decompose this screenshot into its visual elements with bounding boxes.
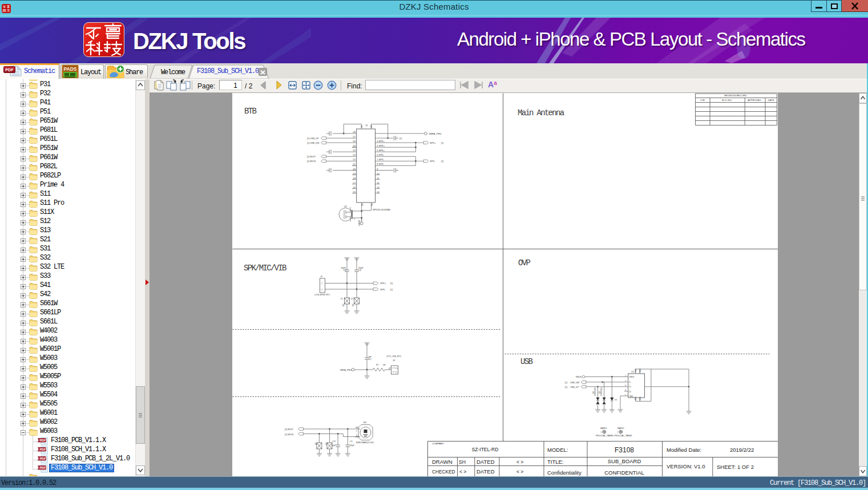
- svg-text:13: 13: [377, 186, 380, 189]
- svg-text:GND: GND: [639, 368, 641, 373]
- svg-text:J5: J5: [320, 276, 322, 278]
- svg-text:33pF: 33pF: [350, 444, 354, 447]
- svg-text:26: 26: [353, 140, 356, 143]
- svg-text:TITLE:: TITLE:: [547, 459, 564, 465]
- svg-text:10: 10: [377, 172, 380, 175]
- svg-text:VBUS: VBUS: [576, 376, 582, 378]
- svg-text:17: 17: [353, 181, 356, 184]
- svg-text:DRAWN: DRAWN: [432, 459, 453, 465]
- svg-text:[2] MICP: [2] MICP: [285, 428, 293, 431]
- svg-text:SPK-: SPK-: [380, 288, 386, 291]
- svg-text:SUB_BOARD: SUB_BOARD: [608, 458, 641, 464]
- svg-text:Confidentiality: Confidentiality: [547, 469, 582, 476]
- svg-text:B4E12AM422-002: B4E12AM422-002: [356, 442, 374, 444]
- svg-text:2019/2/22: 2019/2/22: [730, 447, 754, 453]
- svg-text:1: 1: [321, 282, 322, 285]
- svg-text:C13: C13: [332, 440, 336, 443]
- svg-text:REVISION RECORD: REVISION RECORD: [724, 94, 746, 97]
- svg-text:29: 29: [360, 125, 363, 128]
- svg-text:GND: GND: [639, 396, 641, 401]
- svg-text:< >: < >: [516, 459, 523, 465]
- svg-text:24: 24: [353, 149, 356, 152]
- svg-text:ECO NO:: ECO NO:: [722, 99, 732, 102]
- svg-text:SPK-: SPK-: [430, 160, 435, 163]
- svg-text:R7: R7: [376, 364, 379, 366]
- svg-text:MARK2: MARK2: [617, 427, 624, 430]
- svg-text:[1]: [1]: [565, 386, 567, 388]
- svg-text:PDF: PDF: [39, 466, 46, 469]
- svg-text:[2] MICP: [2] MICP: [307, 156, 316, 158]
- svg-text:P+: P+: [395, 367, 398, 370]
- svg-text:[1] USB_DM: [1] USB_DM: [307, 142, 319, 144]
- svg-text:U1: U1: [631, 371, 634, 373]
- svg-text:SZ-ITEL-RD: SZ-ITEL-RD: [472, 447, 499, 452]
- svg-text:GND: GND: [635, 368, 637, 373]
- svg-text:2: 2: [625, 380, 626, 382]
- svg-text:GND: GND: [635, 396, 637, 401]
- svg-text:< >: < >: [459, 469, 466, 475]
- svg-text:1: 1: [356, 430, 357, 432]
- svg-text:7 SPK-: 7 SPK-: [377, 158, 385, 161]
- svg-text:USB_DM: USB_DM: [570, 382, 579, 384]
- svg-text:CONFIDENTIAL: CONFIDENTIAL: [604, 469, 644, 476]
- svg-text:MODEL:: MODEL:: [547, 447, 568, 453]
- svg-text:1: 1: [617, 431, 619, 434]
- svg-text:VBRA_PHU: VBRA_PHU: [429, 132, 442, 135]
- svg-text:D+: D+: [629, 386, 632, 388]
- svg-text:USB_DP: USB_DP: [570, 386, 579, 388]
- svg-text:18: 18: [353, 177, 356, 180]
- svg-text:8 SPK-: 8 SPK-: [377, 163, 385, 165]
- svg-text:COMPANY:: COMPANY:: [432, 442, 445, 445]
- svg-text:ID: ID: [629, 391, 632, 393]
- svg-text:PADS: PADS: [64, 66, 77, 72]
- svg-text:Z3: Z3: [315, 443, 317, 445]
- svg-text:INT: INT: [356, 427, 358, 429]
- svg-text:D2: D2: [592, 391, 595, 394]
- svg-text:Main Antenna: Main Antenna: [518, 108, 564, 118]
- svg-text:1: 1: [351, 210, 352, 212]
- svg-text:31: 31: [370, 203, 373, 206]
- svg-text:SPK/MIC/VIB: SPK/MIC/VIB: [244, 264, 286, 273]
- svg-text:[1]: [1]: [399, 137, 402, 140]
- svg-text:Z2: Z2: [351, 298, 353, 300]
- svg-text:SPK+: SPK+: [430, 141, 436, 144]
- svg-text:23: 23: [353, 153, 356, 156]
- svg-text:SPK+: SPK+: [380, 282, 386, 285]
- svg-text:PDF: PDF: [39, 457, 46, 460]
- svg-text:32: 32: [361, 203, 364, 206]
- svg-text:0R: 0R: [383, 364, 386, 366]
- svg-text:J4: J4: [365, 124, 368, 127]
- svg-text:DATED: DATED: [477, 468, 495, 475]
- svg-text:OVP: OVP: [518, 258, 530, 268]
- svg-text:15: 15: [353, 191, 356, 193]
- svg-text:30: 30: [370, 125, 373, 128]
- svg-text:PDF: PDF: [39, 439, 46, 442]
- svg-text:[1] MICN: [1] MICN: [307, 160, 316, 163]
- svg-text:NF: NF: [342, 303, 345, 306]
- svg-text:[1] MICN: [1] MICN: [285, 434, 293, 436]
- svg-text:25: 25: [353, 144, 356, 147]
- svg-text:< >: < >: [516, 469, 523, 475]
- svg-text:20: 20: [353, 168, 356, 171]
- svg-text:3: 3: [625, 384, 626, 387]
- svg-text:VBRA_PHU: VBRA_PHU: [340, 369, 352, 371]
- svg-text:22: 22: [353, 158, 356, 161]
- svg-text:2: 2: [356, 434, 357, 436]
- svg-text:4: 4: [625, 389, 626, 391]
- svg-text:VBUS: VBUS: [629, 376, 635, 378]
- svg-text:CON-SPKR-FPC: CON-SPKR-FPC: [314, 294, 330, 296]
- svg-text:3 SPK+: 3 SPK+: [377, 140, 385, 143]
- svg-text:PDF: PDF: [39, 448, 46, 451]
- svg-text:Z4: Z4: [325, 443, 328, 445]
- svg-text:2: 2: [321, 289, 322, 291]
- svg-text:28: 28: [353, 131, 356, 133]
- svg-text:C6: C6: [358, 269, 361, 272]
- svg-text:19: 19: [353, 172, 356, 175]
- svg-text:F3108: F3108: [615, 446, 634, 454]
- svg-text:11: 11: [377, 177, 380, 180]
- svg-text:Q1: Q1: [344, 205, 347, 208]
- svg-text:14: 14: [377, 191, 380, 193]
- svg-text:BTB: BTB: [244, 107, 256, 116]
- svg-text:[1]: [1]: [390, 282, 393, 285]
- svg-text:WPZ0D-K020RA3: WPZ0D-K020RA3: [373, 209, 390, 211]
